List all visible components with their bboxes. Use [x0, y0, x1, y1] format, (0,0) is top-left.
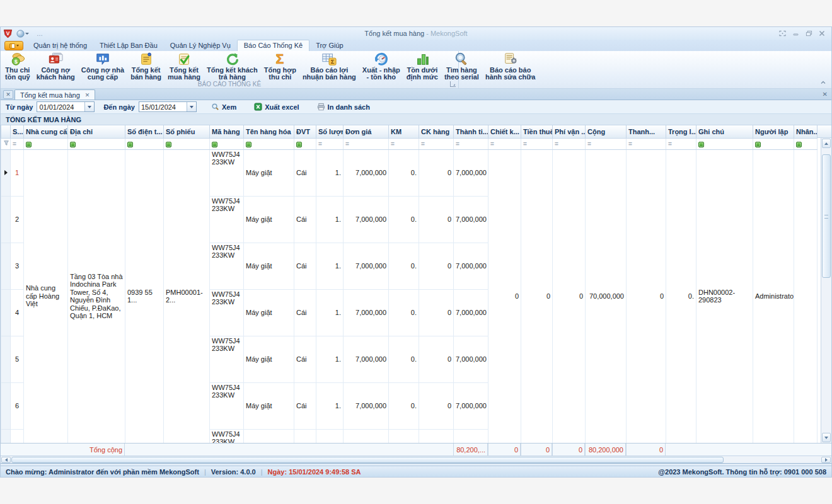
- column-header-ghi_chu[interactable]: Ghi chú: [696, 125, 753, 138]
- column-header-ma_hang[interactable]: Mã hàng: [210, 125, 244, 138]
- ribbon-collapse-icon[interactable]: [820, 79, 826, 86]
- cell-km[interactable]: [389, 429, 419, 443]
- column-header-dia_chi[interactable]: Địa chỉ: [68, 125, 125, 138]
- contains-filter-icon[interactable]: [796, 142, 802, 147]
- row-indicator[interactable]: [1, 336, 11, 382]
- equals-filter-icon[interactable]: =: [628, 140, 632, 147]
- from-date-dropdown-button[interactable]: [84, 102, 94, 112]
- cell-dvt[interactable]: Cái: [294, 196, 316, 243]
- cell-don_gia[interactable]: 7,000,000: [344, 382, 389, 429]
- vertical-scroll-thumb[interactable]: [822, 154, 831, 278]
- equals-filter-icon[interactable]: =: [318, 140, 322, 147]
- fit-window-icon[interactable]: [779, 30, 786, 37]
- ribbon-button-11[interactable]: Báo cáo bảohành sửa chữa: [482, 51, 539, 81]
- filter-cell-thanh_tien[interactable]: =: [454, 138, 488, 149]
- cell-phi_van[interactable]: 0: [553, 149, 586, 443]
- equals-filter-icon[interactable]: =: [587, 140, 591, 147]
- cell-stt[interactable]: 2: [11, 196, 24, 243]
- cell-thanh_tien[interactable]: 7,000,000: [454, 289, 488, 336]
- filter-cell-nha_cung_cap[interactable]: [24, 138, 68, 149]
- contains-filter-icon[interactable]: [212, 142, 217, 147]
- cell-ghi_chu[interactable]: DHN00002-290823: [696, 149, 753, 443]
- filter-cell-chiet_khau[interactable]: =: [488, 138, 521, 149]
- cell-nha_cung_cap[interactable]: Nhà cung cấp Hoàng Việt: [24, 149, 68, 443]
- column-header-thanh_toan[interactable]: Thanh...: [627, 125, 666, 138]
- cell-km[interactable]: 0.: [389, 289, 419, 336]
- cell-ten-hang-hoa[interactable]: Máy giặt: [244, 382, 294, 429]
- cell-don_gia[interactable]: 7,000,000: [344, 289, 389, 336]
- row-indicator[interactable]: [1, 196, 11, 243]
- cell-ma-hang[interactable]: WW75J4233KW: [210, 382, 244, 429]
- filter-cell-so_phieu[interactable]: [164, 138, 210, 149]
- filter-cell-tien_thue[interactable]: =: [521, 138, 553, 149]
- cell-stt[interactable]: 3: [11, 243, 24, 289]
- column-header-so_dien_thoai[interactable]: Số điện t...: [125, 125, 164, 138]
- scroll-up-button[interactable]: [822, 139, 831, 148]
- filter-cell-stt[interactable]: =: [11, 138, 24, 149]
- document-close-icon[interactable]: ✕: [823, 91, 828, 98]
- cell-ten-hang-hoa[interactable]: [244, 429, 294, 443]
- cell-ten-hang-hoa[interactable]: Máy giặt: [244, 336, 294, 382]
- column-header-trong_luong[interactable]: Trọng l...: [666, 125, 696, 138]
- application-menu-button[interactable]: [4, 41, 23, 50]
- cell-so_dien_thoai[interactable]: 0939 55 1...: [125, 149, 164, 443]
- ribbon-button-6[interactable]: ΣTổng hợpthu chi: [261, 51, 299, 81]
- close-button[interactable]: [819, 30, 825, 37]
- column-header-tien_thue[interactable]: Tiền thuế: [521, 125, 553, 138]
- to-date-dropdown-button[interactable]: [187, 102, 196, 112]
- cell-ma-hang[interactable]: WW75J4233KW: [210, 336, 244, 382]
- cell-thanh_tien[interactable]: 7,000,000: [454, 149, 488, 196]
- ribbon-tab-4[interactable]: Trợ Giúp: [309, 40, 349, 51]
- cell-stt[interactable]: 1: [11, 149, 24, 196]
- column-header-ck_hang[interactable]: CK hàng: [419, 125, 454, 138]
- cell-dvt[interactable]: Cái: [294, 243, 316, 289]
- cell-dvt[interactable]: Cái: [294, 289, 316, 336]
- contains-filter-icon[interactable]: [127, 142, 133, 147]
- cell-chiet_khau[interactable]: 0: [488, 149, 521, 443]
- cell-tien_thue[interactable]: 0: [521, 149, 553, 443]
- filter-cell-ghi_chu[interactable]: [696, 138, 753, 149]
- cell-ck_hang[interactable]: 0: [419, 149, 454, 196]
- column-header-nguoi_lap[interactable]: Người lập: [753, 125, 794, 138]
- cell-thanh_tien[interactable]: [454, 429, 488, 443]
- column-header-km[interactable]: KM: [389, 125, 419, 138]
- cell-stt[interactable]: 4: [11, 289, 24, 336]
- cell-ten-hang-hoa[interactable]: Máy giặt: [244, 243, 294, 289]
- cell-ma-hang[interactable]: WW75J4233KW: [210, 429, 244, 443]
- cell-don_gia[interactable]: 7,000,000: [344, 336, 389, 382]
- row-indicator[interactable]: [1, 243, 11, 289]
- cell-so_luong[interactable]: 1.: [316, 149, 344, 196]
- ribbon-button-8[interactable]: Xuất - nhập- tồn kho: [359, 51, 403, 81]
- from-date-input[interactable]: [37, 102, 84, 112]
- cell-thanh_tien[interactable]: 7,000,000: [454, 196, 488, 243]
- view-button[interactable]: Xem: [207, 101, 241, 112]
- contains-filter-icon[interactable]: [296, 142, 302, 147]
- cell-so_luong[interactable]: 1.: [316, 336, 344, 382]
- cell-don_gia[interactable]: [344, 429, 389, 443]
- ribbon-button-0[interactable]: $Thu chitồn quỹ: [2, 51, 33, 81]
- filter-cell-nguoi_lap[interactable]: [753, 138, 794, 149]
- ribbon-button-3[interactable]: Tổng kếtbán hàng: [127, 51, 165, 81]
- column-header-nhan_vien[interactable]: Nhân...: [794, 125, 818, 138]
- tab-list-close-icon[interactable]: ✕: [3, 90, 13, 99]
- filter-cell-so_dien_thoai[interactable]: [125, 138, 164, 149]
- to-date-input[interactable]: [139, 102, 187, 112]
- equals-filter-icon[interactable]: =: [668, 140, 672, 147]
- ribbon-button-1[interactable]: Công nợkhách hàng: [33, 51, 78, 81]
- print-list-button[interactable]: In danh sách: [313, 101, 374, 112]
- equals-filter-icon[interactable]: =: [555, 140, 558, 147]
- cell-nguoi_lap[interactable]: Administrator: [753, 149, 794, 443]
- cell-ma-hang[interactable]: WW75J4233KW: [210, 196, 244, 243]
- cell-ck_hang[interactable]: 0: [419, 243, 454, 289]
- ribbon-button-5[interactable]: Tổng kết kháchtrả hàng: [204, 51, 261, 81]
- cell-trong_luong[interactable]: 0.: [666, 149, 696, 443]
- cell-so_luong[interactable]: 1.: [316, 289, 344, 336]
- cell-thanh_tien[interactable]: 7,000,000: [454, 243, 488, 289]
- vertical-scrollbar[interactable]: [821, 138, 831, 443]
- dialog-launcher-icon[interactable]: [450, 81, 456, 87]
- horizontal-scroll-thumb[interactable]: [11, 457, 724, 463]
- ribbon-tab-2[interactable]: Quản Lý Nghiệp Vụ: [164, 40, 237, 51]
- cell-ck_hang[interactable]: 0: [419, 382, 454, 429]
- ribbon-tab-3[interactable]: Báo Cáo Thống Kê: [237, 40, 309, 51]
- row-indicator[interactable]: [1, 289, 11, 336]
